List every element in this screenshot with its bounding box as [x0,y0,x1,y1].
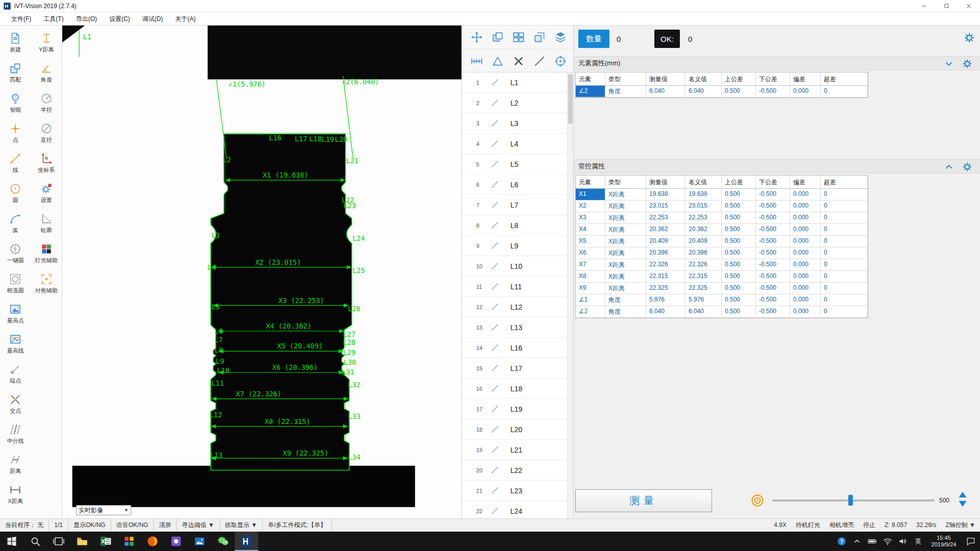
tool-box-circle[interactable]: 框选圆 [0,268,31,298]
taskbar-taskview-button[interactable] [47,532,70,551]
table-cell[interactable]: X距离 [605,259,646,270]
table-cell[interactable]: -0.500 [756,247,790,259]
table-cell[interactable]: X6 [576,247,605,259]
table-row[interactable]: X5X距离20.40920.4090.500-0.5000.0000 [576,236,868,247]
table-cell[interactable]: 0 [821,294,868,306]
table-cell[interactable]: 角度 [605,306,646,317]
table-cell[interactable]: -0.500 [756,189,790,200]
tool-intersection[interactable]: 交点 [0,389,62,419]
table-cell[interactable]: -0.500 [756,294,790,306]
scrollbar-thumb[interactable] [568,74,573,124]
list-item[interactable]: 11L11 [462,277,567,297]
status-right-item-1[interactable]: 待机灯光 [791,519,825,532]
table-row[interactable]: X3X距离22.25322.2530.500-0.5000.0000 [576,212,868,224]
table-cell[interactable]: 19.638 [685,189,722,200]
table-cell[interactable]: X8 [576,271,605,282]
tool-circle[interactable]: 圆 [0,178,31,208]
status-item-6[interactable]: 抓取显示 ▼ [220,519,263,532]
table-cell[interactable]: 20.362 [685,224,722,235]
tool-diameter[interactable]: 直径 [31,118,62,148]
list-item[interactable]: 21L23 [462,481,567,501]
tool-coord[interactable]: 坐标系 [31,148,62,178]
taskbar-search-button[interactable] [23,532,47,551]
table-cell[interactable]: 0.000 [790,294,821,306]
table-cell[interactable]: 6.040 [646,86,685,97]
list-item[interactable]: 14L16 [462,338,567,358]
list-item[interactable]: 20L22 [462,460,567,481]
table-row[interactable]: X8X距离22.31522.3150.500-0.5000.0000 [576,271,868,283]
table-cell[interactable]: 0.000 [790,259,821,270]
table-cell[interactable]: 0.500 [722,236,756,247]
tool-focus-assist[interactable]: 对焦辅助 [31,268,62,298]
table-cell[interactable]: X距离 [605,283,646,294]
column-header[interactable]: 元素 [576,72,605,85]
copy-icon[interactable] [491,31,504,44]
taskbar-app-explorer[interactable] [70,532,94,551]
notification-center-icon[interactable] [962,532,980,551]
element-list-scrollbar[interactable] [567,72,573,518]
table-cell[interactable]: 0.000 [790,283,821,294]
table-cell[interactable]: 角度 [605,294,646,306]
table-cell[interactable]: -0.500 [756,236,790,247]
tray-chevron-up-tray[interactable] [849,532,865,551]
light-slider-handle[interactable] [848,495,853,506]
list-item[interactable]: 8L8 [462,215,567,236]
list-item[interactable]: 6L6 [462,174,567,195]
table-cell[interactable]: X距离 [605,212,646,223]
tool-contour[interactable]: 轮廓 [31,208,62,238]
table-cell[interactable]: 5.976 [685,294,722,306]
table-cell[interactable]: 0.000 [790,247,821,259]
chevron-down-icon[interactable] [943,58,954,69]
column-header[interactable]: 下公差 [756,176,790,188]
table-cell[interactable]: 0.000 [790,212,821,223]
table-cell[interactable]: X距离 [605,247,646,259]
table-cell[interactable]: X1 [576,189,605,200]
table-cell[interactable]: X距离 [605,201,646,212]
table-cell[interactable]: 0.500 [722,306,756,317]
menu-item-2[interactable]: 导出(O) [70,12,103,26]
table-cell[interactable]: 0.500 [722,294,756,306]
table-cell[interactable]: 0.000 [790,224,821,235]
column-header[interactable]: 测量值 [646,72,685,85]
column-header[interactable]: 类型 [605,72,646,85]
column-header[interactable]: 偏差 [790,72,821,85]
table-cell[interactable]: 22.253 [685,212,722,223]
status-right-item-4[interactable]: Z: 8.057 [880,519,912,532]
gear-icon[interactable] [962,161,973,172]
table-cell[interactable]: X距离 [605,224,646,235]
list-item[interactable]: 9L9 [462,236,567,256]
table-cell[interactable]: 6.040 [685,306,722,317]
table-row[interactable]: ∠2角度6.0406.0400.500-0.5000.0000 [576,86,868,97]
table-cell[interactable]: 22.253 [646,212,685,223]
table-cell[interactable]: 0.500 [722,212,756,223]
column-header[interactable]: 偏差 [790,176,821,188]
tool-x-distance[interactable]: X距离 [0,479,62,509]
table-cell[interactable]: 0 [821,283,868,294]
taskbar-clock[interactable]: 15:45 2019/9/24 [926,532,962,551]
status-item-5[interactable]: 寻边阈值 ▼ [177,519,219,532]
taskbar-app-app-grid[interactable] [117,532,141,551]
measure-button[interactable]: 测量 [575,489,712,512]
line-tool-icon[interactable] [533,55,546,68]
tool-distance[interactable]: 距离 [0,449,62,479]
language-indicator[interactable]: 英 [911,532,926,551]
table-cell[interactable]: 0 [821,259,868,270]
taskbar-app-app-purple[interactable] [164,532,188,551]
table-cell[interactable]: 20.396 [685,247,722,259]
table-cell[interactable]: 0.500 [722,247,756,259]
table-cell[interactable]: 0 [821,224,868,235]
tool-onekey-circle[interactable]: 一键圆 [0,238,31,268]
list-item[interactable]: 17L19 [462,399,567,419]
table-cell[interactable]: 20.396 [646,247,685,259]
column-header[interactable]: 超差 [821,72,868,85]
column-header[interactable]: 元素 [576,176,605,188]
taskbar-app-excel[interactable] [94,532,117,551]
table-cell[interactable]: 0 [821,189,868,200]
table-cell[interactable]: 0.500 [722,189,756,200]
table-row[interactable]: X4X距离20.36220.3620.500-0.5000.0000 [576,224,868,236]
taskbar-app-wechat[interactable] [211,532,235,551]
table-cell[interactable]: 23.015 [646,201,685,212]
table-cell[interactable]: 22.326 [685,259,722,270]
menu-item-5[interactable]: 关于(A) [169,12,202,26]
table-cell[interactable]: 0 [821,212,868,223]
